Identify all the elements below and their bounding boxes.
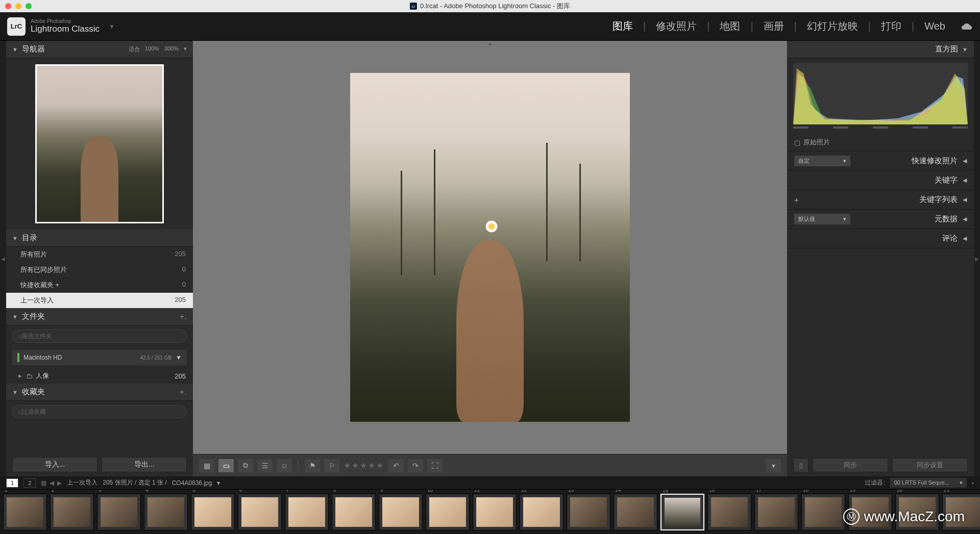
grid-view-button[interactable]: ▦ <box>199 459 214 472</box>
filmstrip-thumbnail[interactable]: 7 <box>285 494 329 530</box>
toolbar-menu-button[interactable]: ▾ <box>766 459 781 472</box>
filmstrip-thumbnail[interactable]: 11 <box>473 494 517 530</box>
app-header: LrC Adobe Photoshop Lightroom Classic ▼ … <box>0 12 980 41</box>
histogram-header[interactable]: 直方图 ▼ <box>787 41 974 58</box>
collections-header[interactable]: ▼ 收藏夹 +․ <box>6 384 193 401</box>
filmstrip-thumbnail[interactable]: 4 <box>144 494 188 530</box>
close-window-button[interactable] <box>5 3 11 9</box>
identity-plate[interactable]: LrC Adobe Photoshop Lightroom Classic ▼ <box>7 17 115 36</box>
keywords-header[interactable]: 关键字 ◀ <box>787 171 974 190</box>
filmstrip-thumbnail[interactable]: 17 <box>754 494 798 530</box>
comments-title: 评论 <box>942 234 958 243</box>
filmstrip-thumbnail[interactable]: 13 <box>567 494 610 530</box>
catalog-item[interactable]: 快捷收藏夹 +0 <box>6 277 193 293</box>
catalog-item[interactable]: 所有已同步照片0 <box>6 262 193 277</box>
filmstrip-thumbnail[interactable]: 5 <box>191 494 235 530</box>
filmstrip-thumbnail[interactable]: 3 <box>97 494 141 530</box>
quickdev-preset-dropdown[interactable]: 自定▾ <box>794 156 850 166</box>
minimize-window-button[interactable] <box>15 3 21 9</box>
original-photo-row[interactable]: ▢ 原始照片 <box>787 134 974 151</box>
source-breadcrumb[interactable]: 上一次导入 <box>67 478 97 487</box>
add-keyword-button[interactable]: + <box>794 195 799 204</box>
cloud-sync-icon[interactable] <box>961 22 973 31</box>
navigator-preview[interactable] <box>6 58 193 230</box>
crop-button[interactable]: ⛶ <box>427 459 443 472</box>
viewer-toolbar: ▦ ▭ ⧉ ☰ ☺ ⚑ ⚐ ★★★★★ ↶ ↷ ⛶ ▾ <box>193 454 787 476</box>
loupe-view[interactable]: ▲ <box>193 41 787 454</box>
filmstrip-thumbnail[interactable]: 1 <box>3 494 47 530</box>
filter-lock-icon[interactable]: ▫ <box>972 479 974 487</box>
module-slideshow[interactable]: 幻灯片放映 <box>807 19 858 33</box>
quick-develop-header[interactable]: 自定▾ 快速修改照片 ◀ <box>787 151 974 171</box>
rating-stars[interactable]: ★★★★★ <box>344 461 384 470</box>
filmstrip-thumbnail[interactable]: 10 <box>426 494 470 530</box>
export-button[interactable]: 导出... <box>102 457 187 472</box>
zoom-300[interactable]: 300% <box>164 45 179 53</box>
filmstrip-thumbnail[interactable]: 16 <box>707 494 751 530</box>
filmstrip-thumbnail[interactable]: 12 <box>520 494 564 530</box>
metadata-preset-dropdown[interactable]: 默认值▾ <box>794 214 850 224</box>
filmstrip[interactable]: 123456789101112131415161718192021 <box>0 490 980 534</box>
top-panel-collapse-icon[interactable]: ▲ <box>487 41 493 46</box>
flag-reject-button[interactable]: ⚐ <box>324 459 339 472</box>
folder-item[interactable]: ▶ 🗀 人像 205 <box>6 368 193 384</box>
histogram-body <box>787 58 974 134</box>
left-panel: ◀ ▼ 导航器 适合 100% 300% ▾ ▼ 目录 所有照片205所有已同步… <box>0 41 193 476</box>
module-develop[interactable]: 修改照片 <box>656 19 697 33</box>
rotate-left-button[interactable]: ↶ <box>388 459 404 472</box>
histogram-chart[interactable] <box>793 63 968 124</box>
collection-search-input[interactable]: ⌕ 过滤收藏 <box>12 405 187 418</box>
module-library[interactable]: 图库 <box>612 19 633 33</box>
add-collection-button[interactable]: +․ <box>180 387 187 397</box>
monitor-1-button[interactable]: 1 <box>6 478 18 488</box>
lrc-logo-icon: LrC <box>7 17 26 36</box>
import-button[interactable]: 导入... <box>12 457 97 472</box>
maximize-window-button[interactable] <box>26 3 32 9</box>
loupe-view-button[interactable]: ▭ <box>218 459 234 472</box>
zoom-fit[interactable]: 适合 <box>129 45 140 53</box>
filename-dropdown-icon[interactable]: ▾ <box>217 479 220 487</box>
filter-preset-dropdown[interactable]: 00 LRTS Full Seque...▾ <box>890 478 967 488</box>
rotate-right-button[interactable]: ↷ <box>408 459 423 472</box>
module-print[interactable]: 打印 <box>881 19 901 33</box>
module-web[interactable]: Web <box>924 20 945 32</box>
navigator-header[interactable]: ▼ 导航器 适合 100% 300% ▾ <box>6 41 193 58</box>
folders-header[interactable]: ▼ 文件夹 +․ <box>6 308 193 325</box>
module-book[interactable]: 画册 <box>764 19 784 33</box>
right-edge-collapse[interactable]: ▶ <box>974 41 980 476</box>
keyword-list-header[interactable]: + 关键字列表 ◀ <box>787 190 974 210</box>
sync-settings-button[interactable]: 同步设置 <box>892 458 968 472</box>
filmstrip-thumbnail[interactable]: 9 <box>379 494 423 530</box>
zoom-dropdown-caret-icon[interactable]: ▾ <box>184 45 187 53</box>
disclosure-triangle-icon: ◀ <box>963 196 967 203</box>
nav-forward-icon[interactable]: ▶ <box>57 479 62 487</box>
filmstrip-thumbnail[interactable]: 18 <box>801 494 845 530</box>
add-folder-button[interactable]: +․ <box>180 312 187 321</box>
sync-button[interactable]: 同步 <box>813 458 888 472</box>
filmstrip-thumbnail[interactable]: 6 <box>238 494 282 530</box>
catalog-header[interactable]: ▼ 目录 <box>6 230 193 247</box>
left-edge-collapse[interactable]: ◀ <box>0 41 6 476</box>
watermark: Ⓜ www.MacZ.com <box>843 508 965 525</box>
grid-small-icon[interactable]: ▦ <box>41 479 46 487</box>
survey-view-button[interactable]: ☰ <box>257 459 273 472</box>
sync-toggle-button[interactable]: ▯ <box>793 458 808 472</box>
filmstrip-thumbnail[interactable]: 15 <box>660 494 704 530</box>
filmstrip-thumbnail[interactable]: 14 <box>614 494 657 530</box>
filmstrip-thumbnail[interactable]: 8 <box>332 494 376 530</box>
catalog-item[interactable]: 上一次导入205 <box>6 293 193 308</box>
folder-search-input[interactable]: ⌕ 筛选文件夹 <box>12 329 187 343</box>
flag-pick-button[interactable]: ⚑ <box>305 459 320 472</box>
comments-header[interactable]: 评论 ◀ <box>787 229 974 248</box>
people-view-button[interactable]: ☺ <box>277 459 292 472</box>
compare-view-button[interactable]: ⧉ <box>238 459 253 472</box>
filmstrip-thumbnail[interactable]: 2 <box>50 494 94 530</box>
volume-row[interactable]: Macintosh HD 42.5 / 251 GB ▼ <box>12 350 187 365</box>
nav-back-icon[interactable]: ◀ <box>50 479 54 487</box>
catalog-item[interactable]: 所有照片205 <box>6 247 193 262</box>
monitor-2-button[interactable]: 2 <box>23 478 36 488</box>
volume-indicator-icon <box>17 353 19 362</box>
zoom-100[interactable]: 100% <box>145 45 159 53</box>
metadata-header[interactable]: 默认值▾ 元数据 ◀ <box>787 210 974 229</box>
module-map[interactable]: 地图 <box>720 19 740 33</box>
